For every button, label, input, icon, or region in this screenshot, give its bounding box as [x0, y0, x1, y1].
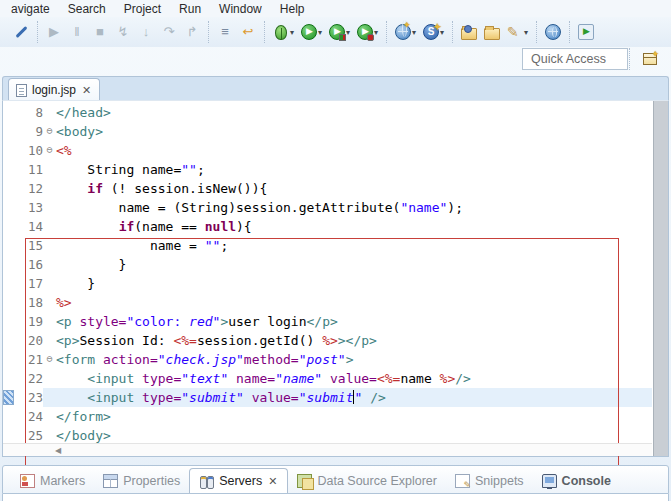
drop-to-frame-icon[interactable]: ↩ [238, 22, 258, 42]
servers-view-body [2, 494, 669, 501]
line-number: 8 [17, 103, 43, 122]
annotation-ruler[interactable] [3, 350, 17, 369]
scroll-left-icon[interactable]: ◀ [55, 446, 61, 455]
close-icon[interactable]: ✕ [81, 84, 92, 97]
pen-icon[interactable]: ✎▾ [505, 22, 530, 42]
code-text: if (! session.isNew()){ [56, 179, 652, 198]
code-token: <p> [56, 333, 79, 348]
toolbar-group: ≡↩ [210, 22, 263, 42]
code-token: > [346, 352, 354, 367]
annotation-ruler[interactable] [3, 198, 17, 217]
code-line: 13 name = (String)session.getAttribute("… [3, 198, 652, 217]
menu-item-project[interactable]: Project [115, 2, 170, 16]
code-token [228, 371, 236, 386]
menu-item-window[interactable]: Window [210, 2, 271, 16]
overview-ruler-scrollbar[interactable] [653, 101, 668, 456]
menu-item-search[interactable]: Search [59, 2, 115, 16]
code-token: </p> [307, 314, 338, 329]
run-icon [301, 24, 317, 40]
horizontal-scrollbar[interactable]: ◀ [3, 443, 652, 456]
fold-collapse-icon[interactable]: ⊖ [43, 141, 56, 160]
dropdown-arrow-icon[interactable]: ▾ [412, 28, 416, 37]
tab-login-jsp[interactable]: login.jsp ✕ [8, 78, 100, 101]
new-web-service-icon [395, 24, 411, 40]
view-tab-markers[interactable]: Markers [11, 468, 94, 493]
code-token: method= [244, 352, 299, 367]
annotation-ruler[interactable] [3, 293, 17, 312]
menu-item-help[interactable]: Help [271, 2, 314, 16]
dropdown-arrow-icon[interactable]: ▾ [290, 28, 294, 37]
bottom-view-tab-bar: MarkersPropertiesServers✕Data Source Exp… [2, 465, 669, 494]
annotation-ruler[interactable] [3, 274, 17, 293]
new-web-service-icon[interactable]: ▾ [393, 22, 418, 42]
fold-collapse-icon[interactable]: ⊖ [43, 122, 56, 141]
code-line: 21⊖<form action="check.jsp"method="post"… [3, 350, 652, 369]
skip-all-breakpoints-icon[interactable] [11, 22, 31, 42]
menu-item-run[interactable]: Run [170, 2, 210, 16]
annotation-ruler[interactable] [3, 312, 17, 331]
coverage-icon [329, 24, 345, 40]
code-token: name= [236, 371, 275, 386]
view-tab-snippets[interactable]: Snippets [446, 468, 533, 493]
run-icon[interactable]: ▾ [299, 22, 324, 42]
toolbar-group: ▶‖■↯↓↷↱ [39, 22, 207, 42]
profile-icon[interactable]: ▾ [355, 22, 380, 42]
annotation-ruler[interactable] [3, 236, 17, 255]
annotation-ruler[interactable] [3, 407, 17, 426]
dropdown-arrow-icon[interactable]: ▾ [346, 28, 350, 37]
code-token: "post" [299, 352, 346, 367]
annotation-ruler[interactable] [3, 122, 17, 141]
fold-margin [43, 179, 56, 198]
open-perspective-icon[interactable] [641, 50, 661, 68]
toolbar-separator [264, 21, 265, 43]
code-token: </body> [56, 428, 111, 443]
dropdown-arrow-icon[interactable]: ▾ [374, 28, 378, 37]
dropdown-arrow-icon[interactable]: ▾ [524, 28, 528, 37]
code-token: <%= [173, 333, 196, 348]
run-on-server-icon[interactable] [576, 22, 596, 42]
coverage-icon[interactable]: ▾ [327, 22, 352, 42]
fold-collapse-icon[interactable]: ⊖ [43, 350, 56, 369]
code-line: 9⊖<body> [3, 122, 652, 141]
annotation-ruler[interactable] [3, 388, 17, 407]
annotation-ruler[interactable] [3, 141, 17, 160]
menu-item-avigate[interactable]: avigate [2, 2, 59, 16]
code-token: <p [56, 314, 72, 329]
view-tab-data-source-explorer[interactable]: Data Source Explorer [288, 468, 446, 493]
code-token [134, 390, 142, 405]
code-line: 16 } [3, 255, 652, 274]
annotation-ruler[interactable] [3, 255, 17, 274]
annotation-ruler[interactable] [3, 369, 17, 388]
show-execution-icon[interactable]: ≡ [215, 22, 235, 42]
toolbar-separator [536, 21, 537, 43]
code-token: red [189, 314, 212, 329]
quick-access-box[interactable]: Quick Access [522, 48, 628, 70]
dropdown-arrow-icon[interactable]: ▾ [318, 28, 322, 37]
annotation-ruler[interactable] [3, 160, 17, 179]
debug-icon[interactable]: ▾ [271, 23, 296, 42]
view-tab-servers[interactable]: Servers✕ [189, 468, 288, 493]
view-tab-console[interactable]: Console [533, 468, 620, 493]
code-lines: 8</head>9⊖<body>10⊖<%11 String name="";1… [3, 103, 652, 445]
annotation-ruler[interactable] [3, 217, 17, 236]
code-editor[interactable]: 8</head>9⊖<body>10⊖<%11 String name="";1… [2, 100, 669, 457]
import-icon [461, 28, 477, 40]
suspend-icon: ‖ [69, 24, 85, 40]
code-token: if [87, 181, 103, 196]
code-text: <input type="text" name="name" value=<%=… [56, 369, 652, 388]
new-server-icon: S [423, 24, 439, 40]
code-token: "name" [275, 371, 322, 386]
code-token: Session Id: [79, 333, 173, 348]
close-icon[interactable]: ✕ [267, 475, 278, 488]
view-tab-properties[interactable]: Properties [94, 468, 189, 493]
annotation-ruler[interactable] [3, 331, 17, 350]
profile-icon [357, 24, 373, 40]
import-icon[interactable] [459, 23, 479, 42]
main-toolbar: ▶‖■↯↓↷↱≡↩▾▾▾▾▾S▾✎▾ [0, 17, 671, 47]
browser-icon[interactable] [543, 22, 563, 42]
open-folder-icon[interactable] [482, 23, 502, 42]
new-server-icon[interactable]: S▾ [421, 22, 446, 42]
annotation-ruler[interactable] [3, 179, 17, 198]
annotation-ruler[interactable] [3, 103, 17, 122]
debug-icon [275, 25, 287, 40]
